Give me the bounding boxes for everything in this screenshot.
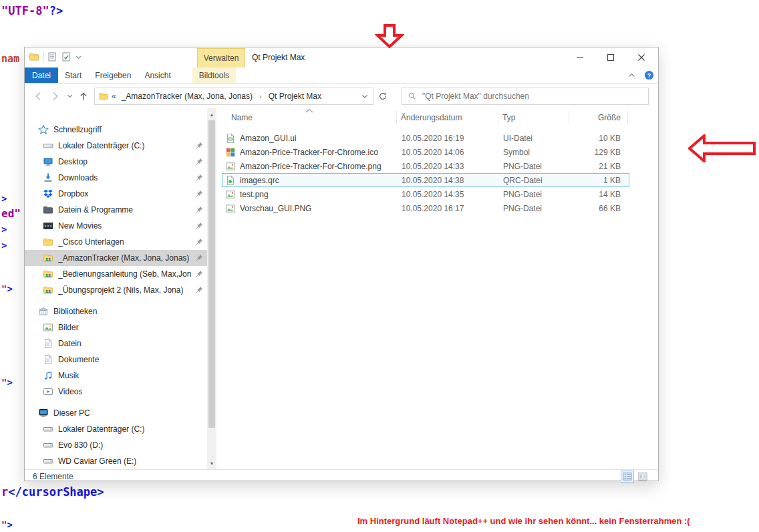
file-row[interactable]: Amazon_GUI.ui10.05.2020 16:19UI-Datei10 …	[222, 131, 629, 145]
sidebar-item[interactable]: Dropbox	[25, 186, 207, 202]
recent-locations-button[interactable]	[65, 88, 74, 104]
file-row[interactable]: Vorschau_GUI.PNG10.05.2020 16:17PNG-Date…	[222, 201, 629, 215]
sidebar-item[interactable]: Schnellzugriff	[25, 122, 207, 138]
file-row[interactable]: Amazon-Price-Tracker-For-Chrome.ico10.05…	[222, 145, 629, 159]
sidebar-item-label: Evo 830 (D:)	[58, 440, 103, 450]
scroll-up-arrow-icon[interactable]: ▲	[207, 109, 216, 120]
scrollbar-thumb[interactable]	[208, 120, 215, 428]
sidebar: SchnellzugriffLokaler Datenträger (C:)De…	[25, 108, 207, 469]
code-fragment: "UTF-8"?>	[1, 4, 63, 17]
sidebar-item[interactable]: Dokumente	[25, 352, 207, 368]
sidebar-item-label: Dieser PC	[53, 408, 90, 418]
sidebar-item-label: Desktop	[58, 157, 88, 166]
sidebar-item[interactable]: Videos	[25, 384, 207, 400]
back-button[interactable]	[30, 88, 46, 104]
sidebar-item[interactable]: Lokaler Datenträger (C:)	[25, 421, 207, 437]
pictures-icon	[43, 322, 53, 333]
file-row[interactable]: test.png10.05.2020 14:35PNG-Datei14 KB	[222, 187, 629, 201]
column-header-date[interactable]: Änderungsdatum	[397, 111, 498, 124]
manage-context-tab[interactable]: Verwalten	[197, 48, 245, 68]
breadcrumb-parent[interactable]: _AmazonTracker (Max, Jona, Jonas)	[120, 92, 255, 101]
code-fragment: r</cursorShape>	[1, 485, 104, 499]
new-folder-icon[interactable]	[61, 51, 71, 62]
ribbon-tab-start[interactable]: Start	[58, 68, 88, 83]
sidebar-item[interactable]: Lokaler Datenträger (C:)	[25, 138, 207, 154]
refresh-button[interactable]	[375, 88, 391, 104]
sidebar-item[interactable]: Datein	[25, 336, 207, 352]
sidebar-item[interactable]: New Movies	[25, 218, 207, 234]
videos-icon	[43, 386, 53, 397]
properties-icon[interactable]	[47, 51, 57, 62]
explorer-main: SchnellzugriffLokaler Datenträger (C:)De…	[25, 108, 658, 469]
sidebar-item[interactable]: Bilder	[25, 319, 207, 336]
minimize-button[interactable]	[565, 47, 595, 67]
sidebar-item-label: _Übungsprojekt 2 (Nils, Max, Jona)	[58, 285, 183, 295]
red-arrow-down	[375, 24, 404, 48]
close-button[interactable]	[626, 47, 657, 67]
sidebar-item[interactable]: Desktop	[25, 154, 207, 170]
scroll-down-arrow-icon[interactable]: ▼	[207, 458, 216, 469]
file-date: 10.05.2020 14:35	[398, 190, 499, 199]
sidebar-item-label: Dropbox	[58, 189, 88, 198]
column-header-label: Größe	[598, 113, 621, 122]
sidebar-item[interactable]: Evo 830 (D:)	[25, 437, 207, 453]
customize-toolbar-chevron-icon[interactable]	[75, 53, 82, 61]
breadcrumb-current[interactable]: Qt Projekt Max	[267, 92, 323, 101]
address-dropdown-chevron-icon[interactable]	[361, 92, 369, 100]
pin-icon	[195, 237, 204, 246]
sidebar-item[interactable]: Dieser PC	[25, 405, 207, 421]
file-row[interactable]: images.qrc10.05.2020 14:38QRC-Datei1 KB	[222, 173, 629, 187]
address-folder-icon	[99, 92, 108, 101]
file-name: Amazon-Price-Tracker-For-Chrome.png	[240, 162, 382, 171]
file-png-icon	[225, 189, 236, 200]
sidebar-item-label: Bibliotheken	[53, 307, 97, 316]
sidebar-item[interactable]: Datein & Programme	[25, 202, 207, 218]
sidebar-item[interactable]: Bibliotheken	[25, 303, 207, 319]
svg-text:?: ?	[647, 72, 651, 79]
sidebar-item[interactable]: _Bedienungsanleitung (Seb, Max,Jon)	[25, 266, 207, 282]
sidebar-item-label: _Cisco Unterlagen	[58, 237, 124, 247]
file-row[interactable]: Amazon-Price-Tracker-For-Chrome.png10.05…	[222, 159, 629, 173]
file-type: PNG-Datei	[499, 190, 570, 199]
ribbon-tab-freigeben[interactable]: Freigeben	[88, 68, 138, 83]
folder-icon[interactable]	[29, 51, 39, 62]
ribbon-tab-bildtools[interactable]: Bildtools	[192, 68, 236, 83]
pin-icon	[195, 253, 204, 262]
details-view-button[interactable]	[621, 471, 633, 482]
sidebar-item[interactable]: _Übungsprojekt 2 (Nils, Max, Jona)	[25, 282, 207, 298]
view-toggles	[621, 471, 649, 482]
sidebar-item[interactable]: _AmazonTracker (Max, Jona, Jonas)	[25, 250, 207, 266]
quick-access-toolbar	[29, 51, 82, 62]
address-bar[interactable]: « _AmazonTracker (Max, Jona, Jonas) › Qt…	[94, 88, 373, 105]
breadcrumb-overflow[interactable]: «	[112, 92, 116, 101]
collapse-ribbon-chevron-icon[interactable]	[627, 70, 637, 80]
column-header-type[interactable]: Typ	[498, 111, 569, 124]
column-header-name[interactable]: Name	[222, 111, 397, 124]
help-icon[interactable]: ?	[644, 70, 654, 80]
thumbnails-view-button[interactable]	[637, 471, 649, 482]
file-size: 1 KB	[570, 176, 627, 185]
column-header-size[interactable]: Größe	[569, 111, 628, 124]
ribbon-tab-datei[interactable]: Datei	[25, 68, 58, 83]
sidebar-item[interactable]: WD Caviar Green (E:)	[25, 453, 207, 469]
file-size: 129 KB	[570, 148, 627, 157]
column-header-label: Typ	[502, 113, 515, 122]
forward-button[interactable]	[47, 88, 63, 104]
search-box[interactable]	[402, 88, 649, 105]
code-fragment: >	[1, 193, 7, 204]
maximize-button[interactable]	[595, 47, 626, 67]
file-type: QRC-Datei	[499, 176, 570, 185]
sidebar-scrollbar[interactable]: ▲ ▼	[207, 108, 216, 469]
search-input[interactable]	[421, 91, 643, 102]
file-size: 66 KB	[570, 204, 627, 213]
sidebar-item[interactable]: Downloads	[25, 170, 207, 186]
ribbon-tab-ansicht[interactable]: Ansicht	[138, 68, 177, 83]
up-button[interactable]	[75, 88, 92, 104]
file-name: Vorschau_GUI.PNG	[240, 204, 311, 213]
file-type: Symbol	[499, 148, 570, 157]
code-fragment: >	[1, 240, 7, 251]
refresh-icon	[378, 92, 388, 101]
code-fragment: ">	[1, 377, 13, 388]
sidebar-item[interactable]: Musik	[25, 368, 207, 384]
sidebar-item[interactable]: _Cisco Unterlagen	[25, 234, 207, 250]
